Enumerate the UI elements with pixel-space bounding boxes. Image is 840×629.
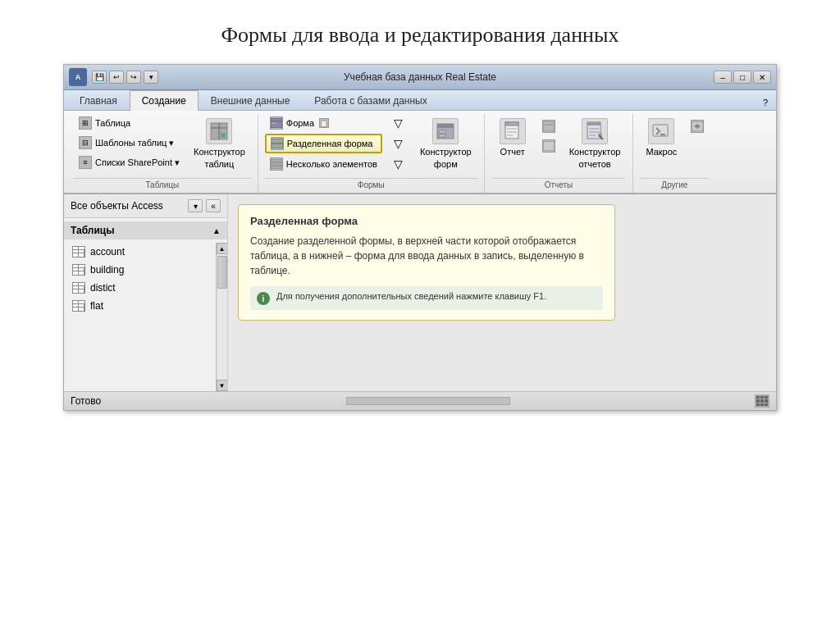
report-extra-icon1 <box>542 120 555 133</box>
tooltip-area: Разделенная форма Создание разделенной ф… <box>228 194 776 391</box>
save-quick-btn[interactable]: 💾 <box>92 71 107 84</box>
sidebar-item-distict[interactable]: distict <box>64 279 227 297</box>
svg-rect-17 <box>439 130 445 133</box>
tab-home[interactable]: Главная <box>67 90 130 110</box>
report-button[interactable]: Отчет <box>491 114 534 161</box>
ribbon-group-reports: Отчет <box>485 114 634 193</box>
svg-rect-5 <box>221 133 226 138</box>
undo-quick-btn[interactable]: ↩ <box>109 71 124 84</box>
form-button[interactable]: Форма 📋 <box>265 114 382 132</box>
sharepoint-lists-button[interactable]: ≡ Списки SharePoint ▾ <box>74 153 185 171</box>
multi-items-button[interactable]: Несколько элементов <box>265 155 382 173</box>
svg-rect-30 <box>589 131 599 133</box>
sharepoint-icon: ≡ <box>79 156 92 169</box>
sidebar-scrollbar: ▲ ▼ <box>216 243 227 391</box>
sidebar-section-tables: Таблицы ▲ <box>64 218 227 243</box>
svg-text:A: A <box>75 73 81 81</box>
app-icon: A <box>69 68 87 86</box>
sidebar-item-label-building: building <box>90 264 124 276</box>
window-controls: – □ ✕ <box>714 71 771 84</box>
sidebar-item-account[interactable]: account <box>64 243 227 261</box>
svg-rect-20 <box>505 122 518 125</box>
table-designer-label-1: Конструктор <box>194 147 245 157</box>
scroll-track <box>217 254 227 380</box>
macro-button[interactable]: Макрос <box>640 114 682 161</box>
split-form-icon <box>271 137 284 150</box>
split-form-button[interactable]: Разделенная форма <box>265 134 382 153</box>
main-area: Все объекты Access ▾ « Таблицы ▲ <box>64 194 776 391</box>
qa-dropdown-btn[interactable]: ▾ <box>144 71 158 84</box>
report-extra-2[interactable] <box>537 137 560 155</box>
reports-group-label: Отчеты <box>491 178 627 189</box>
other-group-content: Макрос <box>640 114 709 176</box>
sidebar-item-label-account: account <box>90 246 125 258</box>
sidebar-items-list: account building <box>64 243 227 315</box>
table-templates-button[interactable]: ⊟ Шаблоны таблиц ▾ <box>74 134 185 152</box>
form-designer-label-2: форм <box>434 159 458 169</box>
table-icon-flat <box>72 300 85 312</box>
page-title: Формы для ввода и редактирования данных <box>0 0 840 64</box>
status-grid-icon <box>755 394 769 408</box>
sharepoint-label: Списки SharePoint ▾ <box>95 157 180 168</box>
svg-rect-26 <box>543 141 555 151</box>
tables-group-content: ⊞ Таблица ⊟ Шаблоны таблиц ▾ ≡ Списки Sh… <box>74 114 251 176</box>
table-templates-icon: ⊟ <box>79 136 92 149</box>
tooltip-hint-text: Для получения дополнительных сведений на… <box>276 291 546 301</box>
tooltip-hint: i Для получения дополнительных сведений … <box>250 286 603 310</box>
form-copy-icon: 📋 <box>319 118 329 128</box>
status-progress-bar <box>346 397 510 405</box>
form-label: Форма <box>286 118 314 128</box>
status-text: Готово <box>71 395 101 407</box>
form-icon <box>270 116 283 130</box>
multi-items-label: Несколько элементов <box>286 159 377 169</box>
sidebar-item-flat[interactable]: flat <box>64 297 227 315</box>
sidebar-collapse-btn[interactable]: « <box>206 199 221 212</box>
form-side-dropdown2[interactable]: ▽ <box>389 134 408 153</box>
table-icon-account <box>72 246 85 258</box>
macro-icon <box>648 118 674 144</box>
other-extra-1[interactable] <box>686 117 709 135</box>
sidebar-dropdown-btn[interactable]: ▾ <box>188 199 203 212</box>
form-buttons: Форма 📋 Разделенная форма <box>265 114 382 173</box>
access-window: A 💾 ↩ ↪ ▾ Учебная база данных Real Estat… <box>63 64 777 411</box>
sidebar-section-header[interactable]: Таблицы ▲ <box>64 221 227 239</box>
macro-label: Макрос <box>646 147 677 157</box>
hint-icon: i <box>257 292 270 305</box>
svg-rect-8 <box>272 122 276 124</box>
form-designer-button[interactable]: Конструктор форм <box>414 114 477 173</box>
other-group-label: Другие <box>640 178 709 189</box>
report-extra-buttons <box>537 114 560 158</box>
close-button[interactable]: ✕ <box>753 71 771 84</box>
multi-items-icon <box>270 157 283 171</box>
sidebar-item-label-distict: distict <box>90 282 116 294</box>
report-extra-1[interactable] <box>537 117 560 135</box>
sidebar-section-label: Таблицы <box>71 225 114 236</box>
tab-database-tools[interactable]: Работа с базами данных <box>302 90 439 110</box>
help-button[interactable]: ? <box>758 95 773 110</box>
sidebar-section-toggle-icon: ▲ <box>212 226 221 235</box>
table-button[interactable]: ⊞ Таблица <box>74 114 185 132</box>
form-side-dropdown3[interactable]: ▽ <box>389 155 408 173</box>
tab-external-data[interactable]: Внешние данные <box>199 90 303 110</box>
scroll-thumb[interactable] <box>217 256 227 289</box>
svg-rect-31 <box>589 134 596 136</box>
table-designer-button[interactable]: Конструктор таблиц <box>188 114 251 173</box>
form-side-dropdown1[interactable]: ▽ <box>389 114 408 132</box>
sidebar: Все объекты Access ▾ « Таблицы ▲ <box>64 194 228 391</box>
tooltip-box: Разделенная форма Создание разделенной ф… <box>238 204 615 321</box>
ribbon-group-other: Макрос Другие <box>633 114 715 193</box>
table-designer-label-2: таблиц <box>205 159 235 169</box>
scroll-down-arrow[interactable]: ▼ <box>217 380 228 391</box>
report-designer-button[interactable]: Конструктор отчетов <box>564 114 627 173</box>
form-designer-icon <box>432 118 459 144</box>
tooltip-body: Создание разделенной формы, в верхней ча… <box>250 234 603 278</box>
sidebar-item-building[interactable]: building <box>64 261 227 279</box>
sidebar-header-text: Все объекты Access <box>71 200 163 212</box>
tab-create[interactable]: Создание <box>130 90 199 111</box>
window-title: Учебная база данных Real Estate <box>344 71 496 83</box>
redo-quick-btn[interactable]: ↪ <box>126 71 141 84</box>
maximize-button[interactable]: □ <box>733 71 751 84</box>
table-label: Таблица <box>95 118 130 128</box>
minimize-button[interactable]: – <box>714 71 732 84</box>
scroll-up-arrow[interactable]: ▲ <box>217 243 228 254</box>
